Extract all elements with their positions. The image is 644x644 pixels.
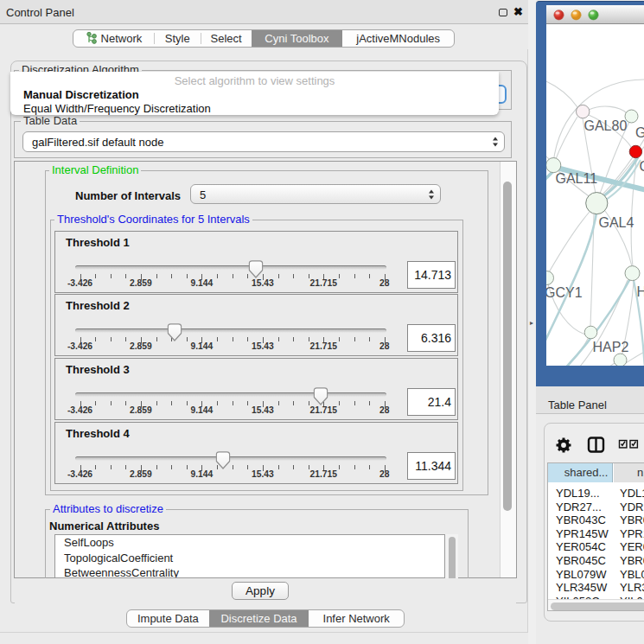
svg-text:HAP1: HAP1	[637, 284, 644, 299]
svg-text:HAP2: HAP2	[593, 340, 629, 354]
svg-text:GAL80: GAL80	[584, 118, 628, 133]
svg-text:GCY1: GCY1	[546, 285, 583, 300]
svg-text:GAL4: GAL4	[599, 215, 634, 230]
svg-text:GAL3: GAL3	[635, 125, 644, 140]
svg-text:CDC25: CDC25	[640, 159, 644, 174]
svg-text:GAL11: GAL11	[556, 171, 598, 186]
